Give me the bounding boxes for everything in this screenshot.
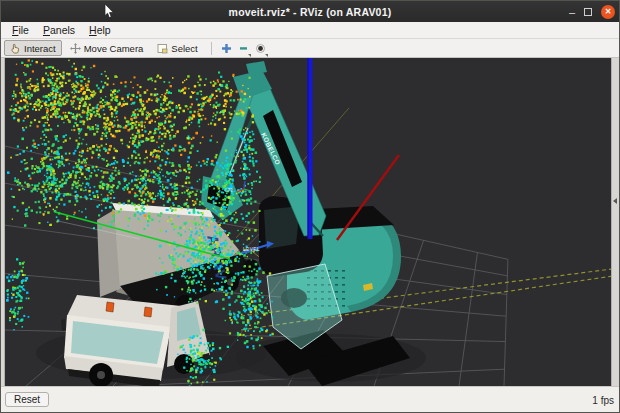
measure-button[interactable] bbox=[236, 41, 251, 56]
toolbar-separator bbox=[211, 42, 212, 55]
toolbar: Interact Move Camera Select bbox=[1, 39, 619, 58]
focus-camera-button[interactable] bbox=[219, 41, 234, 56]
panel-splitter[interactable] bbox=[611, 58, 619, 386]
focus-camera-plus-icon bbox=[221, 43, 232, 54]
3d-viewport[interactable]: ARAV KOBELCO L73 LEVEL bbox=[1, 58, 619, 386]
interact-tool-button[interactable]: Interact bbox=[4, 40, 62, 56]
marker-text-label: LEVEL bbox=[243, 247, 260, 252]
menu-file[interactable]: File bbox=[5, 24, 36, 36]
viewport-left-border bbox=[1, 58, 5, 386]
tf-frame-label: L73 bbox=[225, 188, 233, 193]
window-title: moveit.rviz* - RViz (on ARAV01) bbox=[229, 6, 392, 18]
measure-dash-icon bbox=[238, 43, 249, 54]
titlebar[interactable]: moveit.rviz* - RViz (on ARAV01) – ✕ bbox=[1, 1, 619, 22]
reset-button[interactable]: Reset bbox=[5, 392, 49, 407]
select-box-icon bbox=[157, 43, 168, 54]
select-tool-button[interactable]: Select bbox=[151, 40, 203, 56]
dropdown-arrow-icon bbox=[248, 54, 251, 57]
fps-counter: 1 fps bbox=[592, 395, 614, 406]
move-camera-icon bbox=[70, 43, 81, 54]
3d-scene: ARAV KOBELCO L73 LEVEL bbox=[1, 58, 619, 386]
move-camera-tool-button[interactable]: Move Camera bbox=[64, 40, 150, 56]
dropdown-arrow-icon bbox=[265, 54, 268, 57]
statusbar: Reset 1 fps bbox=[1, 386, 619, 413]
splitter-handle-icon bbox=[613, 198, 617, 204]
publish-point-icon bbox=[255, 43, 266, 54]
menu-panels[interactable]: Panels bbox=[36, 24, 82, 36]
minimize-button[interactable]: – bbox=[569, 7, 575, 17]
interact-hand-icon bbox=[10, 43, 21, 54]
menubar: File Panels Help bbox=[1, 22, 619, 39]
menu-help[interactable]: Help bbox=[82, 24, 118, 36]
mouse-cursor bbox=[104, 4, 115, 19]
close-button[interactable]: ✕ bbox=[601, 5, 615, 19]
publish-point-button[interactable] bbox=[253, 41, 268, 56]
maximize-button[interactable] bbox=[584, 8, 592, 16]
rviz-window: moveit.rviz* - RViz (on ARAV01) – ✕ File… bbox=[0, 0, 620, 413]
